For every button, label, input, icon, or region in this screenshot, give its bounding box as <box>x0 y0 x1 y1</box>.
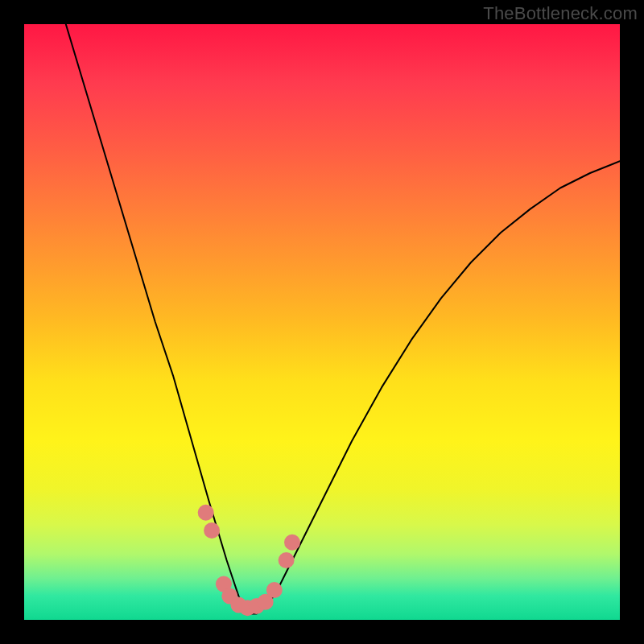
data-marker <box>204 522 220 539</box>
data-marker <box>198 505 214 521</box>
plot-svg <box>24 24 620 620</box>
plot-area <box>24 24 620 620</box>
data-marker <box>266 582 283 598</box>
curve-line <box>66 24 620 614</box>
data-marker <box>279 552 295 568</box>
data-marker <box>284 535 300 551</box>
watermark-text: TheBottleneck.com <box>483 3 638 24</box>
chart-frame: TheBottleneck.com <box>0 0 644 644</box>
